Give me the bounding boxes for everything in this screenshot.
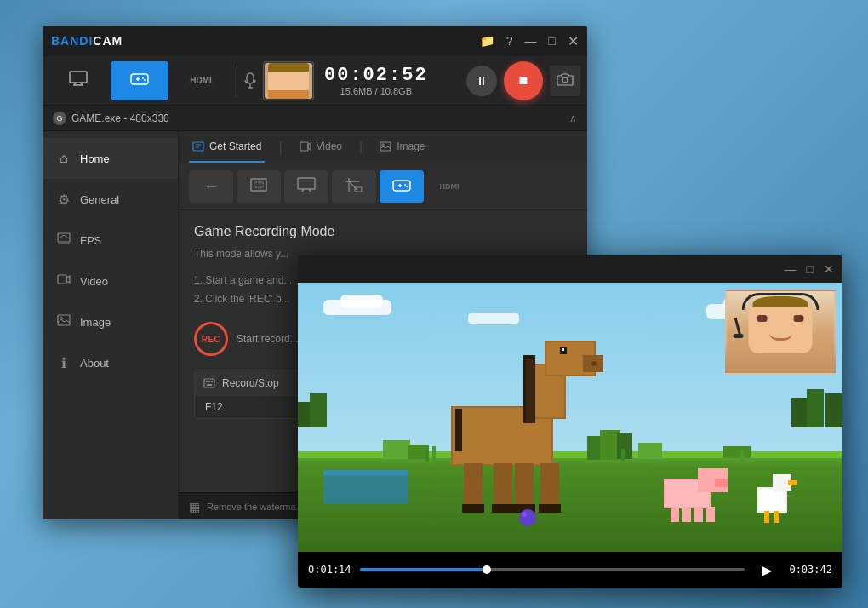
svg-rect-36 [206, 381, 208, 382]
title-bar-left: BANDICAM [51, 34, 123, 48]
home-icon: ⌂ [56, 151, 71, 166]
timer-display: 00:02:52 [324, 65, 428, 86]
svg-rect-102 [740, 450, 744, 461]
game-mode-button[interactable] [111, 61, 168, 100]
hdmi-mode-button[interactable]: HDMI [172, 61, 230, 100]
back-button[interactable]: ← [189, 170, 233, 203]
svg-rect-86 [715, 479, 728, 487]
get-started-tab-icon [192, 141, 204, 152]
close-icon[interactable]: ✕ [568, 33, 579, 49]
progress-handle[interactable] [483, 565, 491, 574]
svg-rect-24 [251, 179, 266, 191]
stop-button[interactable]: ■ [504, 61, 543, 100]
svg-rect-56 [723, 446, 751, 458]
help-icon[interactable]: ? [506, 34, 513, 48]
game-icon-small: G [53, 112, 66, 125]
svg-rect-77 [540, 463, 559, 510]
hdmi-mode-icon: HDMI [190, 76, 212, 85]
svg-rect-48 [791, 398, 807, 427]
hdmi-select-icon: HDMI [440, 182, 460, 191]
screenshot-button[interactable] [550, 66, 580, 96]
timer-section: 00:02:52 15.6MB / 10.8GB [324, 65, 428, 96]
collapse-button[interactable]: ∧ [569, 112, 577, 124]
svg-rect-37 [208, 381, 210, 382]
play-button[interactable]: ▶ [753, 556, 780, 583]
watermark-icon: ▦ [189, 500, 200, 513]
camera-icon [557, 72, 574, 89]
title-bar-controls: 📁 ? — □ ✕ [480, 33, 579, 49]
sidebar-label-general: General [80, 193, 119, 206]
webcam-preview [263, 61, 314, 100]
video-icon [56, 273, 71, 289]
svg-rect-39 [207, 384, 212, 386]
svg-rect-52 [298, 451, 842, 458]
process-name: GAME.exe - 480x330 [71, 112, 169, 124]
folder-icon[interactable]: 📁 [480, 34, 494, 48]
sidebar: ⌂ Home ⚙ General FPS [43, 131, 179, 519]
sidebar-item-general[interactable]: ⚙ General [43, 179, 178, 220]
video-controls: 0:01:14 ▶ 0:03:42 [298, 552, 842, 588]
svg-rect-47 [310, 393, 327, 427]
tab-video[interactable]: Video [296, 131, 345, 163]
maximize-icon[interactable]: □ [549, 34, 556, 48]
svg-rect-74 [464, 463, 483, 510]
image-icon [56, 314, 71, 330]
svg-point-8 [144, 79, 146, 81]
svg-rect-20 [193, 142, 203, 151]
fps-icon [56, 232, 71, 248]
svg-rect-0 [70, 72, 87, 83]
game-mode-select-button[interactable] [380, 170, 424, 203]
tab-get-started[interactable]: Get Started [189, 131, 265, 163]
game-mode-icon [129, 71, 150, 90]
svg-rect-81 [539, 504, 561, 513]
back-icon: ← [203, 178, 219, 196]
sidebar-label-home: Home [80, 152, 110, 165]
svg-rect-55 [638, 443, 662, 459]
screen-mode-button[interactable] [49, 61, 107, 100]
rec-controls: ⏸ ■ [466, 61, 580, 100]
title-bar: BANDICAM 📁 ? — □ ✕ [43, 26, 587, 56]
svg-rect-21 [300, 142, 308, 151]
svg-rect-9 [247, 73, 254, 83]
svg-rect-82 [455, 409, 462, 451]
screen-mode-icon [69, 71, 88, 90]
svg-point-33 [404, 184, 406, 186]
video-canvas [298, 283, 842, 552]
app-logo: BANDICAM [51, 34, 123, 48]
svg-rect-42 [340, 295, 383, 308]
pause-button[interactable]: ⏸ [466, 66, 497, 96]
video-maximize-button[interactable]: □ [807, 262, 814, 276]
sidebar-label-image: Image [80, 316, 111, 329]
select-mode-button[interactable] [332, 170, 376, 203]
sidebar-item-video[interactable]: Video [43, 261, 178, 301]
sidebar-item-image[interactable]: Image [43, 301, 178, 342]
video-player-window: — □ ✕ [298, 255, 842, 588]
svg-rect-88 [682, 507, 691, 522]
toolbar: HDMI 00:02:52 15.6MB / 10.8GB [43, 56, 587, 106]
tab-image[interactable]: Image [376, 131, 428, 163]
svg-rect-99 [425, 449, 429, 462]
time-current: 0:01:14 [308, 564, 351, 576]
gear-icon: ⚙ [56, 192, 71, 208]
screen-rect-icon [249, 177, 268, 197]
tab-video-label: Video [317, 141, 342, 152]
sidebar-item-home[interactable]: ⌂ Home [43, 138, 178, 179]
progress-fill [360, 568, 483, 571]
video-minimize-button[interactable]: — [785, 262, 797, 276]
progress-bar[interactable] [360, 568, 745, 571]
svg-rect-75 [494, 463, 512, 510]
video-close-button[interactable]: ✕ [824, 262, 834, 276]
svg-rect-101 [621, 449, 625, 461]
svg-rect-89 [694, 507, 703, 522]
sidebar-item-about[interactable]: ℹ About [43, 342, 178, 383]
screen-rect-button[interactable] [237, 170, 281, 203]
sidebar-label-about: About [80, 357, 109, 370]
sidebar-item-fps[interactable]: FPS [43, 220, 178, 261]
play-icon: ▶ [762, 562, 772, 578]
hdmi-select-button[interactable]: HDMI [427, 170, 471, 203]
minimize-icon[interactable]: — [525, 34, 537, 48]
monitor-button[interactable] [284, 170, 328, 203]
sidebar-label-video: Video [80, 275, 108, 288]
video-title-controls: — □ ✕ [785, 262, 834, 276]
shortcut-label: Record/Stop [222, 377, 279, 389]
